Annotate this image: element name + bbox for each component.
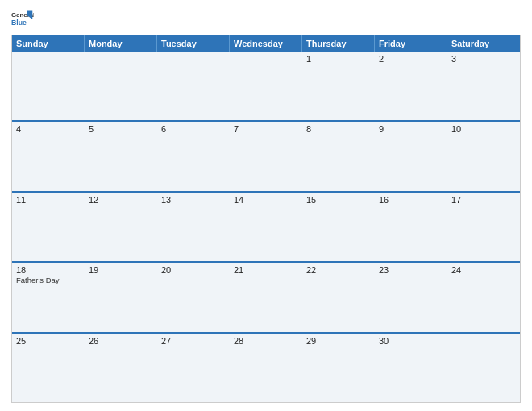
day-number: 18	[16, 265, 81, 275]
day-number: 30	[379, 336, 443, 346]
day-number: 21	[234, 265, 298, 275]
week-row: 11121314151617	[12, 191, 520, 261]
day-header-cell: Saturday	[447, 35, 520, 52]
day-cell: 20	[157, 263, 230, 331]
day-cell: 11	[12, 193, 85, 261]
day-cell: 27	[157, 334, 230, 402]
day-number: 1	[306, 54, 371, 64]
day-cell: 28	[230, 334, 302, 402]
day-cell	[230, 52, 302, 120]
day-header-cell: Sunday	[12, 35, 85, 52]
day-cell: 30	[375, 334, 447, 402]
day-number: 9	[379, 124, 443, 134]
day-number: 14	[234, 195, 298, 205]
day-cell: 25	[12, 334, 85, 402]
day-cell: 4	[12, 122, 85, 190]
day-cell	[447, 334, 520, 402]
day-number: 8	[306, 124, 371, 134]
day-cell: 7	[230, 122, 302, 190]
week-row: 123	[12, 52, 520, 120]
logo: General Blue	[11, 8, 34, 31]
page: General Blue SundayMondayTuesdayWednesda…	[0, 0, 532, 411]
day-number: 19	[89, 265, 153, 275]
day-cell: 22	[302, 263, 375, 331]
day-number: 12	[89, 195, 153, 205]
day-cell: 2	[375, 52, 447, 120]
day-number: 4	[16, 124, 81, 134]
day-header-cell: Monday	[85, 35, 157, 52]
week-row: 18Father's Day192021222324	[12, 261, 520, 331]
day-number: 11	[16, 195, 81, 205]
day-number: 25	[16, 336, 81, 346]
day-cell: 21	[230, 263, 302, 331]
day-cell: 23	[375, 263, 447, 331]
day-cell: 10	[447, 122, 520, 190]
day-header-cell: Wednesday	[230, 35, 302, 52]
day-header-cell: Friday	[375, 35, 447, 52]
day-number: 17	[451, 195, 516, 205]
day-cell: 6	[157, 122, 230, 190]
event-label: Father's Day	[16, 276, 81, 284]
day-cell: 1	[302, 52, 375, 120]
day-cell: 26	[85, 334, 157, 402]
day-number: 16	[379, 195, 443, 205]
day-cell: 13	[157, 193, 230, 261]
day-cell: 3	[447, 52, 520, 120]
day-cell	[12, 52, 85, 120]
svg-text:Blue: Blue	[11, 19, 27, 27]
day-number: 13	[161, 195, 226, 205]
day-number: 10	[451, 124, 516, 134]
day-cell: 18Father's Day	[12, 263, 85, 331]
day-number: 23	[379, 265, 443, 275]
day-header-cell: Thursday	[302, 35, 375, 52]
logo-icon: General Blue	[11, 8, 34, 31]
day-cell: 24	[447, 263, 520, 331]
day-cell: 15	[302, 193, 375, 261]
day-header-cell: Tuesday	[157, 35, 230, 52]
day-cell: 19	[85, 263, 157, 331]
day-number: 27	[161, 336, 226, 346]
day-cell: 8	[302, 122, 375, 190]
day-number: 7	[234, 124, 298, 134]
day-number: 20	[161, 265, 226, 275]
day-cell: 16	[375, 193, 447, 261]
day-number: 28	[234, 336, 298, 346]
day-cell: 17	[447, 193, 520, 261]
day-cell: 14	[230, 193, 302, 261]
weeks: 123456789101112131415161718Father's Day1…	[12, 52, 520, 402]
day-number: 2	[379, 54, 443, 64]
day-number: 6	[161, 124, 226, 134]
day-number: 3	[451, 54, 516, 64]
day-cell: 9	[375, 122, 447, 190]
day-cell: 29	[302, 334, 375, 402]
week-row: 252627282930	[12, 332, 520, 402]
day-number: 26	[89, 336, 153, 346]
day-number: 5	[89, 124, 153, 134]
day-number: 15	[306, 195, 371, 205]
day-cell	[157, 52, 230, 120]
week-row: 45678910	[12, 120, 520, 190]
day-number: 24	[451, 265, 516, 275]
days-header: SundayMondayTuesdayWednesdayThursdayFrid…	[12, 35, 520, 52]
day-cell	[85, 52, 157, 120]
calendar: SundayMondayTuesdayWednesdayThursdayFrid…	[11, 35, 521, 403]
header: General Blue	[11, 8, 521, 31]
day-cell: 12	[85, 193, 157, 261]
day-number: 22	[306, 265, 371, 275]
day-cell: 5	[85, 122, 157, 190]
day-number: 29	[306, 336, 371, 346]
